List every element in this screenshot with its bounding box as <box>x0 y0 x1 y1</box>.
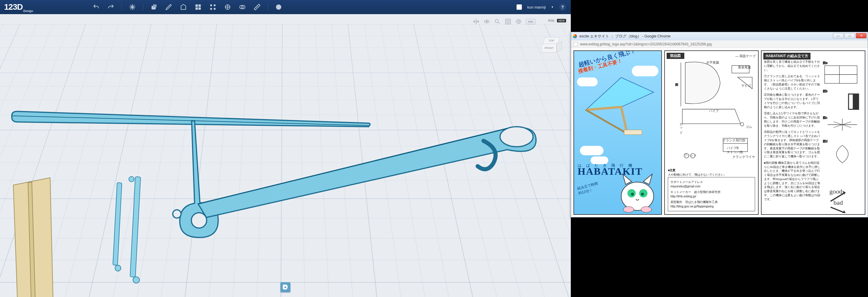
redo-icon[interactable] <box>107 3 115 11</box>
cat-illustration <box>615 168 659 212</box>
lbl-sarubo: サヒゴ <box>741 84 751 88</box>
svg-text:図d: 図d <box>823 140 828 143</box>
lbl-tape: — 両面テープ <box>735 54 756 58</box>
support-email: mayoneko@gmail.com <box>671 184 752 189</box>
lbl-vtail: 垂直尾翼 <box>738 65 751 69</box>
model-svg <box>0 14 571 297</box>
svg-point-22 <box>500 127 533 147</box>
window-close-button[interactable]: ✕ <box>856 33 867 38</box>
bad-label: bad <box>834 199 843 206</box>
svg-rect-23 <box>624 130 642 135</box>
url-text: www.exblog.jp/blog_logo.asp?slt=1&imgsrc… <box>580 42 712 46</box>
svg-point-28 <box>641 193 644 196</box>
chrome-icon <box>573 34 577 38</box>
svg-point-21 <box>173 210 181 218</box>
chrome-titlebar[interactable]: excite エキサイト ： ブログ（blog） - Google Chrome… <box>571 32 868 40</box>
gear-icon <box>283 285 288 290</box>
svg-rect-5 <box>214 8 216 10</box>
grouping-icon[interactable] <box>223 3 232 11</box>
instructions-steps: 各図を良く見て構造と組み立て手順を十分に理解してから、組み立てを始めてください。… <box>764 60 820 204</box>
lbl-pipe: パイプ <box>709 109 719 113</box>
construct-icon[interactable] <box>179 3 187 11</box>
svg-text:図b: 図b <box>823 90 828 93</box>
lbl-pipeb: パイプB <box>727 146 739 150</box>
lbl-htail: 水平尾翼 <box>706 60 719 65</box>
transform-icon[interactable] <box>128 3 136 11</box>
window-maximize-button[interactable]: □ <box>844 33 855 38</box>
svg-point-27 <box>631 193 634 196</box>
svg-rect-2 <box>210 4 212 6</box>
lbl-crankw: クランクワイヤ <box>733 155 755 159</box>
logo-text: 123D <box>4 2 23 12</box>
user-menu-chevron-icon[interactable]: ▼ <box>551 6 554 8</box>
step-intro: 各図を良く見て構造と組み立て手順を十分に理解してから、組み立てを始めてください。 <box>764 60 820 72</box>
logo-sub: Design <box>23 9 33 13</box>
step-diagrams: 図a 図b 図c 図d <box>822 60 863 213</box>
svg-rect-17 <box>130 177 141 277</box>
user-avatar[interactable] <box>517 4 522 10</box>
lbl-rod: ロッド <box>679 121 683 133</box>
support-block: サポートメールアドレス mayoneko@gmail.com キットメーカー 超… <box>668 177 755 211</box>
lbl-crank: クランク用穴部 <box>723 138 745 143</box>
parts-panel: 部品図 羽 <box>664 51 758 215</box>
svg-point-34 <box>740 123 744 126</box>
svg-rect-3 <box>214 4 216 6</box>
help-icon[interactable]: ? <box>559 3 566 11</box>
instructions-panel: HABATAKIT の組み立て方 各図を良く見て構造と組み立て手順を十分に理解し… <box>761 51 865 215</box>
step-4: ④部品の順序に従ってロッドとワッシャをクランクワイヤに通しストッパ糸で止めパイプ… <box>764 130 820 158</box>
cover-illustration <box>580 74 657 136</box>
svg-point-19 <box>129 176 134 182</box>
caution-h: ■注意 <box>668 168 676 172</box>
lbl-stopper: ストッパ糸 <box>727 150 743 154</box>
window-minimize-button[interactable]: — <box>833 33 843 38</box>
combine-icon[interactable] <box>238 3 247 11</box>
svg-point-30 <box>641 206 652 212</box>
step-3: ③差し込んだL字ワイヤを指で押さえながら、羽根を図のように左右対称に下げた状態に… <box>764 111 820 128</box>
measure-icon[interactable] <box>253 3 261 11</box>
primitives-icon[interactable] <box>150 3 158 11</box>
fab-url: http://blog.goo.ne.jp/flappingwing <box>671 204 752 209</box>
chrome-content: 超軽いから良く飛ぶ！ 接着剤・工具不要！ は ば た き 飛 行 機 HABAT… <box>571 48 868 217</box>
good-label: good <box>829 188 842 195</box>
support-h: サポートメールアドレス <box>671 180 752 184</box>
kit-h: キットメーカー 超小型飛行体研究所 <box>671 190 752 194</box>
3d-viewport[interactable]: KitsNEW mm TOP FRONT <box>0 14 571 297</box>
step-2: ②羽根を機体に取りつけます。黄色のテープが貼ってある方が上になります。L字ワイヤ… <box>764 93 820 109</box>
kit-url: http://trhk.exblog.jp/ <box>671 194 752 199</box>
viewport-settings-button[interactable] <box>280 282 290 292</box>
step-5: ■飛行調整 機体正面から見てゴムを時計回りに30回ほど巻き機体を前方に水平に押し… <box>764 161 820 201</box>
svg-rect-1 <box>153 4 157 7</box>
svg-rect-4 <box>210 8 212 10</box>
pattern-icon[interactable] <box>209 3 217 11</box>
123d-design-window: 123D Design <box>0 0 571 297</box>
svg-point-24 <box>621 182 654 210</box>
leaflet-cover-panel: 超軽いから良く飛ぶ！ 接着剤・工具不要！ は ば た き 飛 行 機 HABAT… <box>574 51 662 215</box>
chrome-window: excite エキサイト ： ブログ（blog） - Google Chrome… <box>571 32 868 218</box>
svg-text:図a: 図a <box>823 61 828 65</box>
page-icon <box>574 42 578 46</box>
svg-rect-43 <box>849 94 853 109</box>
chrome-addressbar[interactable]: www.exblog.jp/blog_logo.asp?slt=1&imgsrc… <box>571 40 868 48</box>
toolbar-right: kun mannji ▼ ? <box>517 0 566 14</box>
app-logo[interactable]: 123D Design <box>4 2 33 12</box>
step-1: ①クランクに差し止めてある、ワッシャ２個とストッパ糸とパイプBを取り外します。（… <box>764 74 820 91</box>
materials-icon[interactable] <box>275 3 283 11</box>
undo-icon[interactable] <box>92 3 100 11</box>
chrome-title-text: excite エキサイト ： ブログ（blog） - Google Chrome <box>579 34 671 39</box>
instructions-header: HABATAKIT の組み立て方 <box>763 53 810 60</box>
modify-icon[interactable] <box>194 3 202 11</box>
lbl-washer: ワッシャ <box>684 153 697 157</box>
svg-point-29 <box>623 206 634 212</box>
fab-h: 原型製作 羽ばたき飛行機製作工房 <box>671 200 752 204</box>
svg-point-18 <box>133 277 140 283</box>
svg-text:図c: 図c <box>823 116 827 119</box>
user-name[interactable]: kun mannji <box>527 5 546 9</box>
toolbar-group <box>92 3 283 11</box>
app-toolbar: 123D Design <box>0 0 571 14</box>
svg-point-9 <box>276 4 281 10</box>
svg-rect-15 <box>113 183 122 265</box>
svg-text:羽: 羽 <box>675 83 678 86</box>
lbl-gum: ゴム <box>746 125 752 129</box>
svg-point-16 <box>115 265 121 271</box>
sketch-icon[interactable] <box>164 3 173 11</box>
